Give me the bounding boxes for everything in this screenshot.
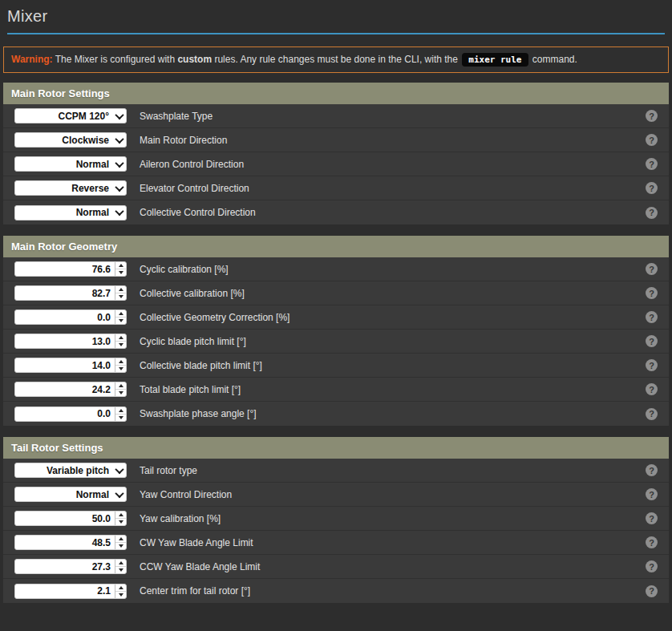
chevron-down-icon	[113, 133, 126, 147]
spin-up-icon[interactable]	[115, 512, 126, 519]
help-icon[interactable]: ?	[646, 408, 658, 420]
spin-up-icon[interactable]	[115, 382, 126, 390]
setting-row: 48.5 CW Yaw Blade Angle Limit ?	[3, 531, 669, 555]
help-icon[interactable]: ?	[646, 383, 658, 395]
yaw-control-direction-select[interactable]: Normal	[14, 487, 127, 502]
number-spinner[interactable]	[115, 382, 126, 396]
number-spinner[interactable]	[115, 407, 126, 421]
number-spinner[interactable]	[115, 310, 126, 324]
main-rotor-direction-select[interactable]: Clockwise	[14, 132, 127, 148]
number-spinner[interactable]	[115, 536, 126, 549]
spin-down-icon[interactable]	[115, 318, 126, 324]
input-value: 76.6	[15, 264, 115, 275]
center-trim-tail-rotor-input[interactable]: 2.1	[14, 584, 127, 599]
help-icon[interactable]: ?	[646, 158, 658, 170]
setting-label: Cyclic blade pitch limit [°]	[140, 336, 246, 347]
setting-label: Main Rotor Direction	[140, 135, 227, 146]
ccw-yaw-blade-angle-limit-input[interactable]: 27.3	[14, 559, 127, 574]
help-icon[interactable]: ?	[646, 263, 658, 275]
aileron-control-direction-select[interactable]: Normal	[14, 156, 127, 172]
chevron-down-icon	[113, 181, 126, 195]
cyclic-calibration-input[interactable]: 76.6	[14, 261, 127, 277]
swashplate-type-select[interactable]: CCPM 120°	[14, 108, 127, 123]
input-value: 0.0	[15, 408, 115, 419]
warning-banner: Warning: The Mixer is configured with cu…	[3, 47, 669, 73]
spin-down-icon[interactable]	[115, 366, 126, 372]
number-spinner[interactable]	[115, 334, 126, 348]
select-value: Normal	[15, 159, 113, 170]
number-spinner[interactable]	[115, 262, 126, 276]
page-title: Mixer	[7, 7, 665, 26]
setting-row: 13.0 Cyclic blade pitch limit [°] ?	[3, 330, 669, 354]
number-spinner[interactable]	[115, 512, 126, 525]
spin-down-icon[interactable]	[115, 269, 126, 276]
warning-label: Warning:	[11, 54, 53, 65]
collective-blade-pitch-limit-input[interactable]: 14.0	[14, 358, 127, 373]
help-icon[interactable]: ?	[646, 182, 658, 194]
help-icon[interactable]: ?	[646, 287, 658, 299]
number-spinner[interactable]	[115, 584, 126, 598]
help-icon[interactable]: ?	[646, 536, 658, 548]
help-icon[interactable]: ?	[646, 134, 658, 146]
input-value: 24.2	[15, 384, 115, 395]
spin-down-icon[interactable]	[115, 415, 126, 421]
help-icon[interactable]: ?	[646, 207, 658, 219]
help-icon[interactable]: ?	[646, 335, 658, 347]
help-icon[interactable]: ?	[646, 311, 658, 323]
help-icon[interactable]: ?	[646, 488, 658, 500]
title-divider	[7, 33, 665, 34]
setting-row: 27.3 CCW Yaw Blade Angle Limit ?	[3, 555, 669, 579]
setting-row: Normal Aileron Control Direction ?	[3, 152, 669, 176]
help-icon[interactable]: ?	[646, 512, 658, 524]
collective-control-direction-select[interactable]: Normal	[14, 205, 127, 220]
section-body: 76.6 Cyclic calibration [%] ? 82.7 Colle…	[3, 257, 669, 426]
help-icon[interactable]: ?	[646, 359, 658, 371]
spin-up-icon[interactable]	[115, 407, 126, 415]
swashplate-phase-angle-input[interactable]: 0.0	[14, 407, 127, 422]
spin-down-icon[interactable]	[115, 342, 126, 348]
setting-label: Aileron Control Direction	[140, 159, 244, 170]
spin-up-icon[interactable]	[115, 358, 126, 366]
spin-up-icon[interactable]	[115, 536, 126, 543]
spin-up-icon[interactable]	[115, 262, 126, 269]
chevron-down-icon	[113, 157, 126, 171]
warning-text: rules. Any rule changes must be done in …	[212, 54, 460, 65]
spin-up-icon[interactable]	[115, 560, 126, 567]
spin-up-icon[interactable]	[115, 286, 126, 293]
spin-up-icon[interactable]	[115, 334, 126, 342]
yaw-calibration-input[interactable]: 50.0	[14, 511, 127, 526]
spin-down-icon[interactable]	[115, 543, 126, 549]
spin-up-icon[interactable]	[115, 584, 126, 592]
help-icon[interactable]: ?	[646, 464, 658, 476]
select-value: Clockwise	[15, 135, 113, 146]
section-main-rotor-settings: Main Rotor Settings CCPM 120° Swashplate…	[3, 83, 669, 224]
collective-calibration-input[interactable]: 82.7	[14, 285, 127, 301]
cw-yaw-blade-angle-limit-input[interactable]: 48.5	[14, 535, 127, 550]
spin-down-icon[interactable]	[115, 390, 126, 396]
select-value: CCPM 120°	[15, 111, 113, 122]
cyclic-blade-pitch-limit-input[interactable]: 13.0	[14, 334, 127, 349]
help-icon[interactable]: ?	[646, 585, 658, 597]
setting-label: Total blade pitch limit [°]	[140, 384, 241, 395]
spin-down-icon[interactable]	[115, 293, 126, 300]
spin-up-icon[interactable]	[115, 310, 126, 318]
spin-down-icon[interactable]	[115, 567, 126, 573]
spin-down-icon[interactable]	[115, 519, 126, 525]
select-value: Normal	[15, 207, 113, 218]
help-icon[interactable]: ?	[646, 110, 658, 122]
spin-down-icon[interactable]	[115, 592, 126, 598]
setting-label: Yaw Control Direction	[140, 489, 232, 500]
chevron-down-icon	[113, 463, 126, 477]
setting-label: Collective blade pitch limit [°]	[140, 360, 262, 371]
number-spinner[interactable]	[115, 358, 126, 372]
tail-rotor-type-select[interactable]: Variable pitch	[14, 463, 127, 478]
total-blade-pitch-limit-input[interactable]: 24.2	[14, 382, 127, 397]
setting-row: 82.7 Collective calibration [%] ?	[3, 281, 669, 305]
setting-row: Normal Yaw Control Direction ?	[3, 483, 669, 507]
input-value: 14.0	[15, 360, 115, 371]
number-spinner[interactable]	[115, 286, 126, 300]
help-icon[interactable]: ?	[646, 560, 658, 572]
elevator-control-direction-select[interactable]: Reverse	[14, 180, 127, 196]
number-spinner[interactable]	[115, 560, 126, 573]
collective-geometry-correction-input[interactable]: 0.0	[14, 309, 127, 325]
